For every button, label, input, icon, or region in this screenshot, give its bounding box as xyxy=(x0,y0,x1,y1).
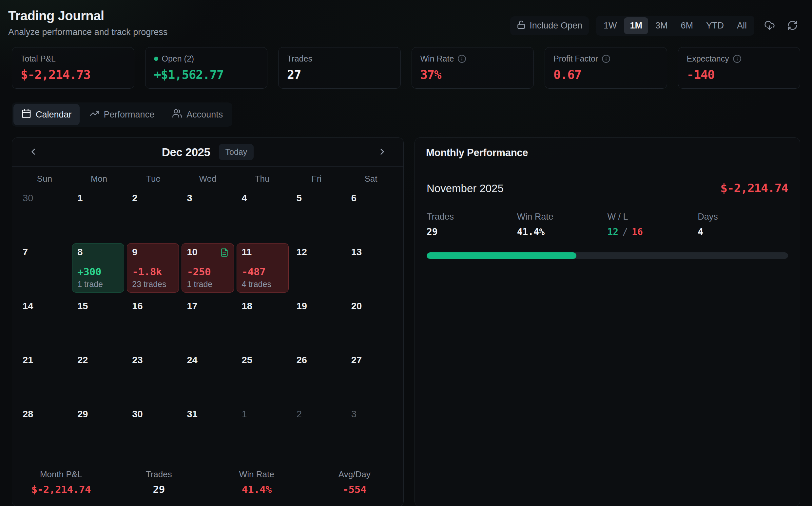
calendar-day-3[interactable]: 3 xyxy=(182,189,233,239)
calendar-day-29[interactable]: 29 xyxy=(72,405,124,454)
calendar-day-28[interactable]: 28 xyxy=(17,405,69,454)
calendar-day-1[interactable]: 1 xyxy=(72,189,124,239)
calendar-day-2[interactable]: 2 xyxy=(127,189,179,239)
calendar-day-30[interactable]: 30 xyxy=(127,405,179,454)
day-number: 2 xyxy=(296,409,302,420)
day-number: 14 xyxy=(22,301,33,312)
lock-open-icon xyxy=(517,20,526,31)
info-icon[interactable] xyxy=(602,54,610,63)
include-open-label: Include Open xyxy=(530,21,582,31)
day-number: 23 xyxy=(132,355,143,365)
monthly-performance-header: Monthly Performance xyxy=(415,138,800,168)
day-number: 30 xyxy=(22,193,33,203)
calendar-day-11[interactable]: 11 -487 4 trades xyxy=(236,243,289,292)
weekday-label: Fri xyxy=(289,174,344,184)
weekday-label: Thu xyxy=(235,174,289,184)
header-controls: Include Open 1W1M3M6MYTDAll xyxy=(510,16,800,36)
calendar-day-13[interactable]: 13 xyxy=(346,243,398,292)
calendar-day-14[interactable]: 14 xyxy=(17,297,69,347)
tab-accounts[interactable]: Accounts xyxy=(164,104,231,125)
day-trades-count: 1 trade xyxy=(77,279,119,289)
calendar-day-21[interactable]: 21 xyxy=(17,351,69,401)
day-pnl: -250 xyxy=(187,266,228,277)
stat-card-win-rate: Win Rate 37% xyxy=(412,47,534,89)
calendar-day-3-adjacent[interactable]: 3 xyxy=(346,405,398,454)
calendar-day-1-adjacent[interactable]: 1 xyxy=(236,405,289,454)
today-button[interactable]: Today xyxy=(219,144,254,160)
header: Trading Journal Analyze performance and … xyxy=(0,0,812,37)
calendar-day-7[interactable]: 7 xyxy=(17,243,69,292)
calendar-day-25[interactable]: 25 xyxy=(236,351,289,401)
include-open-button[interactable]: Include Open xyxy=(510,16,589,35)
day-number: 15 xyxy=(77,301,88,312)
calendar-day-9[interactable]: 9 -1.8k 23 trades xyxy=(127,243,179,292)
day-trades-count: 4 trades xyxy=(242,279,283,289)
calendar-day-5[interactable]: 5 xyxy=(291,189,343,239)
range-button-all[interactable]: All xyxy=(731,17,753,34)
info-icon[interactable] xyxy=(458,54,466,63)
day-number: 11 xyxy=(242,247,252,258)
refresh-button[interactable] xyxy=(785,18,800,34)
calendar-day-15[interactable]: 15 xyxy=(72,297,124,347)
calendar-day-6[interactable]: 6 xyxy=(346,189,398,239)
calendar-day-23[interactable]: 23 xyxy=(127,351,179,401)
calendar-day-24[interactable]: 24 xyxy=(182,351,233,401)
calendar-day-31[interactable]: 31 xyxy=(182,405,233,454)
open-dot-icon xyxy=(154,57,158,61)
calendar-day-4[interactable]: 4 xyxy=(236,189,289,239)
day-number: 4 xyxy=(242,193,247,203)
monthly-progress-bar xyxy=(427,252,788,259)
calendar-day-18[interactable]: 18 xyxy=(236,297,289,347)
calendar-day-26[interactable]: 26 xyxy=(291,351,343,401)
monthly-performance-title: Monthly Performance xyxy=(426,147,789,159)
monthly-performance-body: November 2025 $-2,214.74 Trades 29 Win R… xyxy=(415,168,800,272)
month-pnl: $-2,214.74 xyxy=(720,181,788,195)
range-button-1m[interactable]: 1M xyxy=(624,17,648,34)
calendar-day-22[interactable]: 22 xyxy=(72,351,124,401)
calendar-day-16[interactable]: 16 xyxy=(127,297,179,347)
export-button[interactable] xyxy=(761,18,777,34)
prev-month-button[interactable] xyxy=(25,144,41,160)
calendar-day-10[interactable]: 10 -250 1 trade xyxy=(182,243,233,292)
weekday-label: Sun xyxy=(17,174,72,184)
tab-calendar[interactable]: Calendar xyxy=(13,104,80,125)
calendar-day-2-adjacent[interactable]: 2 xyxy=(291,405,343,454)
day-number: 24 xyxy=(187,355,197,365)
calendar-panel: Dec 2025 Today SunMonTueWedThuFriSat 30 … xyxy=(12,138,404,506)
day-number: 3 xyxy=(351,409,356,420)
day-number: 7 xyxy=(22,247,28,258)
info-icon[interactable] xyxy=(733,54,742,63)
calendar-day-12[interactable]: 12 xyxy=(291,243,343,292)
mp-stat-trades: Trades 29 xyxy=(427,212,517,237)
range-button-1w[interactable]: 1W xyxy=(598,17,623,34)
day-number: 16 xyxy=(132,301,143,312)
weekday-row: SunMonTueWedThuFriSat xyxy=(12,167,403,186)
calendar-day-17[interactable]: 17 xyxy=(182,297,233,347)
page-title: Trading Journal xyxy=(8,8,167,23)
tab-performance[interactable]: Performance xyxy=(82,104,162,125)
calendar-icon xyxy=(21,108,31,121)
calendar-day-19[interactable]: 19 xyxy=(291,297,343,347)
day-number: 20 xyxy=(351,301,362,312)
day-number: 29 xyxy=(77,409,88,420)
range-button-6m[interactable]: 6M xyxy=(675,17,699,34)
calendar-day-30-adjacent[interactable]: 30 xyxy=(17,189,69,239)
range-button-ytd[interactable]: YTD xyxy=(700,17,730,34)
monthly-progress-fill xyxy=(427,252,577,259)
month-row: November 2025 $-2,214.74 xyxy=(427,181,788,195)
mp-stat-days: Days 4 xyxy=(698,212,788,237)
stat-card-profit-factor: Profit Factor 0.67 xyxy=(545,47,667,89)
range-button-3m[interactable]: 3M xyxy=(650,17,674,34)
stat-value: +$1,562.77 xyxy=(154,68,259,82)
calendar-day-27[interactable]: 27 xyxy=(346,351,398,401)
stat-label: Trades xyxy=(287,54,312,64)
calendar-day-20[interactable]: 20 xyxy=(346,297,398,347)
day-number: 22 xyxy=(77,355,88,365)
next-month-button[interactable] xyxy=(375,144,390,160)
calendar-day-8[interactable]: 8 +300 1 trade xyxy=(72,243,124,292)
day-number: 13 xyxy=(351,247,362,258)
weekday-label: Sat xyxy=(344,174,398,184)
day-number: 8 xyxy=(77,247,83,258)
weekday-label: Mon xyxy=(72,174,126,184)
stat-value: 37% xyxy=(420,68,525,82)
